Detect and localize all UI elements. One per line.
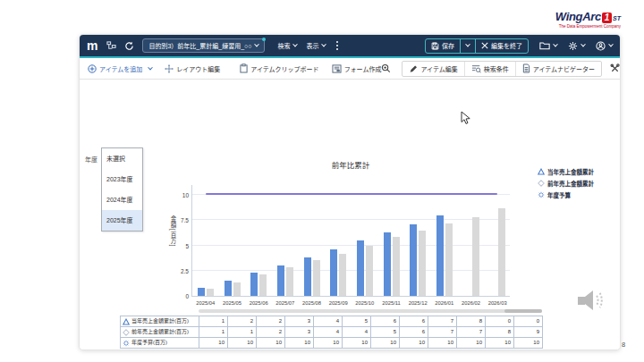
board-title-dropdown[interactable]: 目的別3）前年比_累計編_練習用_○○: [142, 38, 265, 53]
table-value-cell: 0: [486, 316, 514, 327]
table-value-cell: 3: [285, 316, 314, 327]
y-tick-label: 5: [169, 243, 189, 249]
table-value-cell: 2: [257, 316, 285, 327]
gear-icon: [568, 41, 578, 51]
item-navigator-button[interactable]: アイテムナビゲーター: [516, 62, 601, 76]
legend-marker-icon: [538, 168, 545, 175]
year-option[interactable]: 2024年度: [102, 189, 142, 210]
year-option[interactable]: 未選択: [102, 148, 142, 169]
table-value-cell: 10: [228, 338, 257, 349]
motionboard-logo[interactable]: m: [87, 37, 97, 55]
bar-current-year: [410, 224, 417, 296]
legend-item[interactable]: 前年売上金額累計: [538, 179, 594, 188]
table-horizontal-scrollbar[interactable]: [199, 309, 542, 313]
bar-previous-year: [366, 246, 373, 297]
person-icon: [596, 41, 606, 51]
bar-current-year: [225, 281, 232, 296]
gridline: [192, 219, 510, 220]
table-value-cell: 7: [457, 327, 486, 338]
y-tick-label: 10: [169, 192, 189, 198]
chart-title: 前年比累計: [191, 159, 510, 170]
wingarc-logo: WingArc1ST The Data Empowerment Company: [555, 10, 621, 29]
app-window: m 目的別3）前年比_累計編_練習用_○○ 検索 表示 保存: [79, 34, 621, 350]
save-button[interactable]: 保存: [426, 39, 460, 53]
chevron-down-icon: [322, 42, 327, 47]
legend-marker-icon: [538, 180, 545, 187]
table-value-cell: 1: [199, 316, 228, 327]
filter-label: 年度: [85, 155, 97, 164]
board-manage-button[interactable]: ボード管理: [610, 63, 621, 73]
gridline: [192, 270, 510, 271]
search-menu[interactable]: 検索: [277, 41, 297, 50]
pencil-icon: [409, 64, 418, 73]
x-tick-label: 2026/03: [482, 300, 513, 306]
year-option[interactable]: 2025年度: [102, 210, 142, 231]
add-item-button[interactable]: アイテムを追加: [88, 64, 152, 73]
more-options-icon[interactable]: [336, 41, 338, 50]
budget-line: [206, 193, 497, 195]
bar-current-year: [304, 257, 311, 296]
table-value-cell: 4: [314, 327, 343, 338]
legend-marker-icon: [123, 329, 130, 336]
bar-current-year: [384, 232, 391, 296]
view-menu[interactable]: 表示: [306, 41, 326, 50]
speaker-icon[interactable]: [575, 286, 609, 315]
slide-page-number: 8: [622, 341, 625, 349]
table-value-cell: 3: [285, 327, 314, 338]
legend-item[interactable]: 年度予算: [538, 190, 594, 199]
board-canvas: 年度 未選択2023年度2024年度2025年度 前年比累計 金額[百万] 02…: [80, 80, 620, 349]
plus-circle-icon: [88, 64, 97, 73]
bar-previous-year: [313, 260, 320, 296]
bar-previous-year: [207, 289, 214, 296]
bar-previous-year: [339, 254, 346, 296]
legend-item[interactable]: 当年売上金額累計: [538, 167, 594, 176]
wingarc-tagline: The Data Empowerment Company: [555, 24, 621, 29]
table-value-cell: 10: [457, 338, 486, 349]
refresh-icon[interactable]: [124, 41, 134, 51]
year-option[interactable]: 2023年度: [102, 169, 142, 189]
save-dropdown-button[interactable]: [461, 39, 475, 53]
bar-current-year: [436, 215, 444, 296]
bar-current-year: [277, 265, 284, 296]
bar-current-year: [357, 240, 364, 296]
bar-current-year: [198, 288, 205, 296]
search-condition-button[interactable]: 検索条件: [465, 62, 515, 76]
bar-previous-year: [419, 231, 426, 296]
item-edit-button[interactable]: アイテム編集: [402, 62, 463, 76]
chevron-down-icon: [255, 42, 260, 47]
settings-menu[interactable]: [568, 41, 585, 51]
move-arrows-icon: [165, 64, 174, 73]
finish-edit-button[interactable]: 編集を終了: [476, 39, 528, 53]
table-value-cell: 2: [228, 316, 257, 327]
table-value-cell: 5: [371, 327, 400, 338]
board-tree-icon[interactable]: [106, 41, 116, 51]
mouse-cursor-icon: [461, 111, 471, 125]
table-value-cell: 1: [199, 327, 228, 338]
account-menu[interactable]: [596, 41, 613, 51]
chevron-down-icon: [553, 42, 558, 47]
item-clipboard-button[interactable]: アイテムクリップボード: [240, 63, 318, 73]
wingarc-brand-text: WingArc: [555, 10, 601, 23]
save-button-group: 保存 編集を終了: [425, 38, 529, 54]
chevron-down-icon: [608, 42, 614, 47]
edit-toolbar: アイテムを追加 レイアウト編集 アイテムクリップボード フォーム作成: [80, 58, 620, 80]
crossed-tools-icon: [610, 63, 620, 73]
item-tools-group: アイテム編集 検索条件 アイテムナビゲーター: [402, 61, 602, 77]
y-tick-label: 2.5: [169, 268, 189, 274]
bar-previous-year: [498, 208, 505, 296]
bar-current-year: [250, 273, 258, 296]
table-value-cell: 10: [343, 338, 371, 349]
bar-previous-year: [233, 282, 241, 296]
folder-menu[interactable]: [539, 41, 557, 50]
chevron-down-icon: [580, 42, 586, 47]
table-value-cell: 6: [400, 316, 428, 327]
form-create-button[interactable]: フォーム作成: [332, 64, 382, 73]
zoom-button[interactable]: [381, 63, 391, 73]
layout-edit-button[interactable]: レイアウト編集: [165, 64, 220, 73]
table-value-cell: 4: [343, 327, 371, 338]
table-value-cell: 7: [428, 316, 457, 327]
table-value-cell: 0: [514, 316, 543, 327]
scrollbar-thumb[interactable]: [504, 309, 542, 313]
bar-previous-year: [259, 274, 267, 296]
table-row-label: 前年売上金額累計(百万): [121, 327, 199, 338]
